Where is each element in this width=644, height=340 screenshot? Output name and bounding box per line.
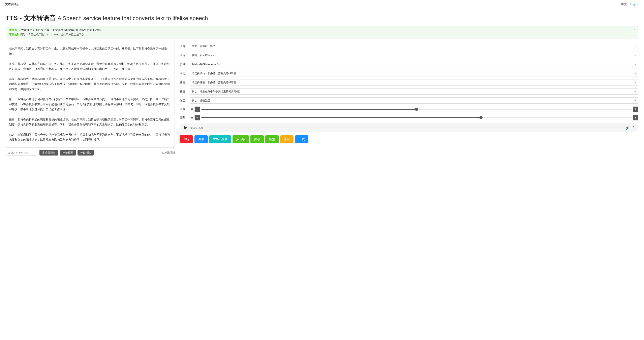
speed-value: 0 [190, 108, 194, 111]
header: 文本转语音 中文 English [0, 0, 644, 9]
main-container: TTS - 文本转语音 A Speech service feature tha… [0, 9, 644, 159]
text-area-wrapper [6, 43, 175, 148]
announcement-label2: 字数统计 [9, 33, 20, 36]
language-select[interactable]: 中文（普通话，简体） [190, 43, 638, 49]
voice-select[interactable]: 晓晓（女 - 年轻人） [190, 52, 638, 58]
polyphone-button[interactable]: 多音字 [232, 135, 249, 143]
announcement-close-button[interactable]: × [634, 28, 636, 31]
pause-button[interactable]: 停顿 [250, 135, 264, 143]
lang-en-link[interactable]: English [630, 2, 639, 6]
quality-label: 质量 [180, 62, 190, 66]
audio-current-time: 0:00 [190, 126, 196, 129]
mimic-label: 模仿 [180, 72, 190, 75]
announcement-text1: 大家使用前可以先阅读一下文本框内的内容,都是历史更新的功能。 [21, 28, 104, 31]
pitch-thumb[interactable] [479, 116, 482, 119]
silence-label: 静音 [180, 90, 190, 93]
voice-row: 语音 晓晓（女 - 年轻人） [180, 52, 638, 58]
pitch-row: 音调 0 − + [180, 115, 638, 120]
view-button[interactable]: 查看 [280, 135, 294, 143]
voice-label: 语音 [180, 53, 190, 57]
play-icon [184, 126, 187, 129]
speed-label: 语速 [180, 107, 190, 111]
download-button[interactable]: 下载 [295, 135, 308, 143]
audio-progress-bar[interactable] [205, 128, 624, 128]
audio-time: 0:00 / 2:09 [190, 126, 203, 129]
emotion-select[interactable]: 请选择感情（非必选，需要先选择语音） [190, 79, 638, 85]
audio-player: 0:00 / 2:09 🔊 ⋮ [180, 123, 638, 132]
volume-icon[interactable]: 🔊 [626, 126, 630, 130]
speed-thumb[interactable] [415, 108, 418, 111]
trial-button[interactable]: 试听 [180, 135, 193, 143]
audio-total-time: 2:09 [198, 126, 203, 129]
speed-fill [201, 109, 416, 110]
quality-row: 质量 24khz-160kbitrate(mp3) [180, 61, 638, 67]
text-footer-left: 多语言切换 一键整理 一键清除 [6, 150, 94, 156]
pitch-label: 音调 [180, 116, 190, 119]
pitch-decrease-button[interactable]: − [194, 115, 200, 120]
text-input[interactable] [6, 43, 175, 148]
clear-button[interactable]: 一键清除 [78, 150, 94, 156]
announcement-line2: 字数统计 网站今日已生成字数：22151708。当前用户已生成字数：0。 [9, 33, 630, 36]
announcement-line1: 重要公告 大家使用前可以先阅读一下文本框内的内容,都是历史更新的功能。 [9, 28, 630, 32]
page-title: TTS - 文本转语音 A Speech service feature tha… [6, 14, 638, 22]
text-footer: 多语言切换 一键整理 一键清除 617/无限制 [6, 150, 175, 156]
page-title-zh: TTS - 文本转语音 [6, 14, 56, 21]
quality-select[interactable]: 24khz-160kbitrate(mp3) [190, 61, 638, 67]
play-button[interactable] [183, 125, 188, 131]
emotion-row: 感情 请选择感情（非必选，需要先选择语音） [180, 79, 638, 85]
tidy-button[interactable]: 一键整理 [60, 150, 76, 156]
ssml-generate-button[interactable]: SSML生成 [209, 135, 231, 143]
strength-row: 强度 默认（感情强度） [180, 97, 638, 104]
announcement-text2: 网站今日已生成字数：22151708。当前用户已生成字数：0。 [20, 33, 91, 36]
speed-decrease-button[interactable]: − [194, 106, 200, 112]
pitch-increase-button[interactable]: + [633, 115, 638, 120]
model-button[interactable]: 模型 [265, 135, 278, 143]
char-count: 617/无限制 [162, 151, 175, 154]
lang-zh-link[interactable]: 中文 [621, 2, 627, 6]
header-title: 文本转语音 [5, 2, 20, 6]
announcement-banner: 重要公告 大家使用前可以先阅读一下文本框内的内容,都是历史更新的功能。 字数统计… [6, 26, 638, 39]
silence-row: 静音 默认（批量在每个句子的结束符号后停顿） [180, 88, 638, 95]
content-row: 多语言切换 一键整理 一键清除 617/无限制 语言 中文（普通话，简体） 语音 [6, 43, 638, 156]
separator-input[interactable] [6, 150, 38, 156]
silence-select[interactable]: 默认（批量在每个句子的结束符号后停顿） [190, 88, 638, 95]
announcement-label1: 重要公告 [9, 28, 20, 31]
emotion-label: 感情 [180, 81, 190, 84]
generate-button[interactable]: 生成 [194, 135, 208, 143]
page-title-en: A Speech service feature that converts t… [58, 15, 208, 21]
more-options-icon[interactable]: ⋮ [632, 126, 635, 130]
speed-row: 语速 0 − + [180, 106, 638, 112]
strength-select[interactable]: 默认（感情强度） [190, 97, 638, 104]
action-buttons: 试听 生成 SSML生成 多音字 停顿 模型 查看 下载 [180, 135, 638, 143]
settings-column: 语言 中文（普通话，简体） 语音 晓晓（女 - 年轻人） 质量 24khz-16… [180, 43, 638, 143]
header-lang: 中文 English [621, 2, 639, 6]
multilang-switch-button[interactable]: 多语言切换 [40, 150, 58, 156]
language-label: 语言 [180, 44, 190, 48]
speed-increase-button[interactable]: + [633, 106, 638, 112]
mimic-select[interactable]: 请选择模仿（非必选，需要先选择语音） [190, 70, 638, 76]
pitch-value: 0 [190, 116, 194, 119]
mimic-row: 模仿 请选择模仿（非必选，需要先选择语音） [180, 70, 638, 76]
strength-label: 强度 [180, 99, 190, 102]
speed-track[interactable] [201, 109, 632, 110]
text-column: 多语言切换 一键整理 一键清除 617/无限制 [6, 43, 175, 156]
language-row: 语言 中文（普通话，简体） [180, 43, 638, 49]
pitch-fill [201, 117, 481, 118]
pitch-track[interactable] [201, 117, 632, 118]
